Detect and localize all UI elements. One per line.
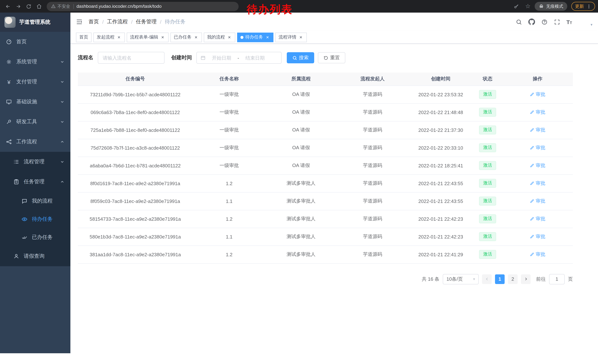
chevron-down-icon bbox=[60, 160, 65, 164]
help-icon[interactable] bbox=[541, 19, 548, 25]
sidebar-item-infrastructure[interactable]: 基础设施 bbox=[0, 92, 70, 112]
sidebar-item-workflow[interactable]: 工作流程 bbox=[0, 132, 70, 152]
close-icon[interactable]: × bbox=[160, 35, 165, 40]
task-starter: 芋道源码 bbox=[336, 192, 409, 210]
task-time: 2022-01-22 20:33:10 bbox=[409, 139, 473, 157]
start-date-input[interactable] bbox=[208, 55, 235, 61]
tab-done-tasks[interactable]: 已办任务 × bbox=[170, 32, 202, 42]
sidebar-item-leave-query[interactable]: 请假查询 bbox=[0, 246, 70, 266]
forward-icon[interactable] bbox=[13, 1, 23, 11]
sidebar-item-task-management[interactable]: 任务管理 bbox=[0, 172, 70, 192]
task-id: 725a1eb6-7b88-11ec-8ef0-acde48001122 bbox=[78, 121, 193, 139]
update-button[interactable]: 更新 bbox=[571, 2, 595, 11]
approve-link[interactable]: 审批 bbox=[530, 109, 545, 115]
approve-link[interactable]: 审批 bbox=[530, 91, 545, 98]
back-icon[interactable] bbox=[3, 1, 13, 11]
approve-link[interactable]: 审批 bbox=[530, 198, 545, 204]
tab-label: 待办任务 bbox=[245, 34, 263, 40]
sidebar-item-my-processes[interactable]: 我的流程 bbox=[0, 192, 70, 210]
task-starter: 芋道源码 bbox=[336, 174, 409, 192]
date-range-picker[interactable]: - bbox=[196, 52, 282, 64]
search-button[interactable]: 搜索 bbox=[287, 52, 314, 63]
chevron-left-icon bbox=[485, 277, 489, 281]
task-id: 580e1b3d-7ac8-11ec-a9e2-a2380e71991a bbox=[78, 228, 193, 245]
page-button-2[interactable]: 2 bbox=[508, 274, 518, 284]
sidebar-item-todo-tasks[interactable]: 待办任务 bbox=[0, 210, 70, 228]
user-menu[interactable]: ▾ bbox=[578, 16, 592, 27]
status-badge: 激活 bbox=[479, 250, 496, 259]
menu-dots-icon[interactable] bbox=[587, 4, 591, 9]
col-process: 所属流程 bbox=[266, 73, 336, 86]
task-time: 2022-01-22 21:48:48 bbox=[409, 103, 473, 121]
sidebar-item-home[interactable]: 首页 bbox=[0, 32, 70, 52]
dashboard-icon bbox=[6, 39, 12, 45]
refresh-icon[interactable] bbox=[24, 1, 33, 11]
sidebar-logo[interactable]: 芋道管理系统 bbox=[0, 13, 70, 32]
search-icon[interactable] bbox=[515, 19, 522, 25]
close-icon[interactable]: × bbox=[265, 35, 270, 40]
approve-link[interactable]: 审批 bbox=[530, 233, 545, 240]
tab-process-form-edit[interactable]: 流程表单-编辑 × bbox=[127, 32, 169, 42]
home-icon[interactable] bbox=[34, 1, 44, 11]
next-page-button[interactable] bbox=[521, 274, 531, 284]
incognito-label: 无痕模式 bbox=[546, 4, 563, 9]
tab-todo-tasks[interactable]: 待办任务 × bbox=[237, 32, 274, 42]
page-size-select[interactable]: 10条/页 ▾ bbox=[443, 274, 479, 284]
sidebar-item-label: 已办任务 bbox=[32, 234, 53, 241]
close-icon[interactable]: × bbox=[116, 35, 122, 40]
close-icon[interactable]: × bbox=[227, 35, 232, 40]
security-warning[interactable]: 不安全 bbox=[51, 4, 70, 9]
approve-link[interactable]: 审批 bbox=[530, 251, 545, 258]
end-date-input[interactable] bbox=[241, 55, 269, 61]
approve-link[interactable]: 审批 bbox=[530, 216, 545, 222]
address-bar[interactable]: 不安全 dashboard.yudao.iocoder.cn/bpm/task/… bbox=[47, 2, 239, 11]
edit-icon bbox=[530, 128, 534, 132]
tags-view-bar: 首页 发起流程 × 流程表单-编辑 × 已办任务 × 我的流程 × bbox=[70, 31, 598, 44]
tab-my-processes[interactable]: 我的流程 × bbox=[204, 32, 235, 42]
sidebar-collapse-icon[interactable] bbox=[76, 18, 83, 25]
sidebar-item-payment[interactable]: ¥ 支付管理 bbox=[0, 72, 70, 92]
approve-label: 审批 bbox=[536, 251, 545, 258]
approve-link[interactable]: 审批 bbox=[530, 127, 545, 133]
process-name-label: 流程名 bbox=[78, 54, 93, 61]
process-name-input[interactable] bbox=[98, 52, 165, 64]
avatar[interactable] bbox=[578, 16, 590, 27]
sidebar-item-label: 工作流程 bbox=[16, 138, 37, 145]
key-icon[interactable] bbox=[512, 1, 521, 11]
tab-home[interactable]: 首页 bbox=[76, 32, 91, 42]
breadcrumb-item[interactable]: 首页 bbox=[89, 18, 99, 25]
caret-down-icon: ▾ bbox=[590, 23, 592, 27]
prev-page-button[interactable] bbox=[482, 274, 492, 284]
task-name: 一级审批 bbox=[193, 157, 266, 174]
sidebar-item-done-tasks[interactable]: 已办任务 bbox=[0, 228, 70, 246]
task-process: 测试多审批人 bbox=[266, 228, 336, 245]
close-icon[interactable]: × bbox=[193, 35, 199, 40]
breadcrumb-item[interactable]: 工作流程 bbox=[107, 18, 128, 25]
reset-button[interactable]: 重置 bbox=[318, 52, 345, 63]
github-icon[interactable] bbox=[528, 18, 535, 25]
close-icon[interactable]: × bbox=[298, 35, 303, 40]
page-button-1[interactable]: 1 bbox=[495, 274, 505, 284]
sidebar-item-system[interactable]: 系统管理 bbox=[0, 52, 70, 72]
approve-link[interactable]: 审批 bbox=[530, 180, 545, 187]
tab-label: 首页 bbox=[79, 34, 88, 40]
chrome-right-cluster: ☆ 无痕模式 更新 bbox=[512, 1, 595, 11]
top-header: 首页 / 工作流程 / 任务管理 / 待办任务 bbox=[70, 13, 598, 31]
sidebar-item-label: 待办任务 bbox=[32, 216, 53, 222]
sidebar-item-devtools[interactable]: 研发工具 bbox=[0, 112, 70, 132]
sidebar-item-process-management[interactable]: 流程管理 bbox=[0, 152, 70, 172]
goto-page-input[interactable] bbox=[549, 274, 565, 284]
task-time: 2022-01-21 22:43:55 bbox=[409, 192, 473, 210]
sidebar-item-label: 流程管理 bbox=[24, 159, 44, 165]
breadcrumb-item[interactable]: 任务管理 bbox=[136, 18, 157, 25]
tab-start-process[interactable]: 发起流程 × bbox=[93, 32, 125, 42]
header-tools: TT ▾ bbox=[515, 16, 592, 27]
font-size-icon[interactable]: TT bbox=[566, 19, 572, 25]
fullscreen-icon[interactable] bbox=[554, 19, 560, 25]
breadcrumb-separator: / bbox=[102, 19, 104, 25]
tab-process-detail[interactable]: 流程详情 × bbox=[275, 32, 307, 42]
approve-link[interactable]: 审批 bbox=[530, 162, 545, 169]
bookmark-star-icon[interactable]: ☆ bbox=[525, 3, 531, 9]
chevron-up-icon bbox=[60, 140, 65, 144]
approve-link[interactable]: 审批 bbox=[530, 145, 545, 151]
